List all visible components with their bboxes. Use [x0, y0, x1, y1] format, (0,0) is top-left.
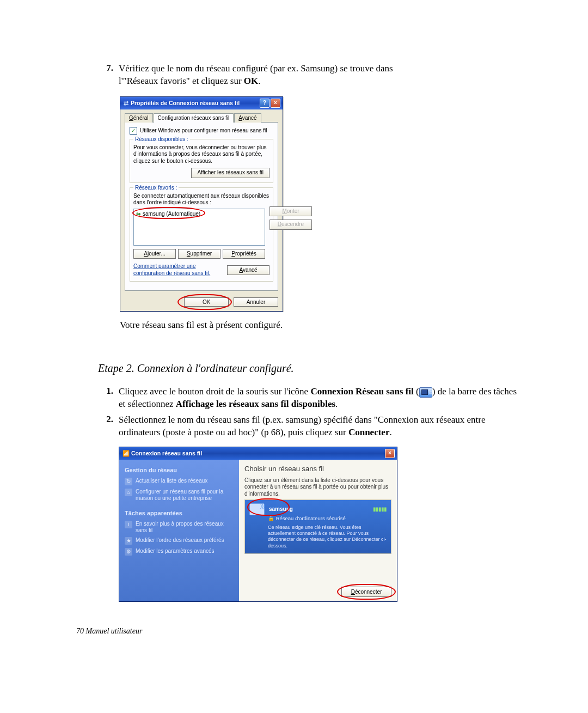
wireless-tray-icon	[419, 387, 432, 398]
page-footer: 70 Manuel utilisateur	[76, 627, 523, 636]
lock-icon: 🔒	[268, 515, 274, 521]
side-link-order[interactable]: ★ Modifier l'ordre des réseaux préférés	[125, 537, 234, 545]
tab-general[interactable]: Général	[125, 113, 153, 123]
move-up-button[interactable]: Monter	[270, 206, 312, 217]
cancel-button[interactable]: Annuler	[234, 297, 278, 307]
text: l'"Réseaux favoris" et cliquez sur	[119, 76, 244, 86]
help-button[interactable]: ?	[260, 99, 270, 108]
gear-icon: ⚙	[125, 548, 132, 556]
refresh-icon: ↻	[125, 478, 132, 485]
network-setup-icon: ⌂	[125, 489, 132, 496]
signal-bars-icon: ▮▮▮▮▮	[373, 505, 387, 513]
titlebar: ⇄ Propriétés de Connexion réseau sans fi…	[120, 97, 283, 109]
info-icon: i	[125, 521, 132, 528]
text: Sélectionnez le nom du réseau sans fil (…	[119, 415, 486, 437]
view-networks-button[interactable]: Afficher les réseaux sans fil	[191, 168, 270, 178]
side-link-refresh[interactable]: ↻ Actualiser la liste des réseaux	[125, 478, 234, 485]
network-subtext: Réseau d'ordinateurs sécurisé	[276, 515, 346, 521]
item-number: 2.	[98, 414, 119, 602]
list-item-2: 2. Sélectionnez le nom du réseau sans fi…	[98, 414, 523, 602]
side-heading: Tâches apparentées	[125, 509, 234, 517]
properties-button[interactable]: Propriétés	[223, 249, 265, 259]
text-bold: Connecter	[348, 427, 390, 437]
side-link-learn[interactable]: i En savoir plus à propos des réseaux sa…	[125, 521, 234, 534]
group-title: Réseaux favoris :	[133, 185, 179, 191]
text-bold: Affichage les réseaux sans fil disponibl…	[176, 399, 335, 409]
side-link-label: Modifier les paramètres avancés	[136, 548, 215, 554]
move-down-button[interactable]: Descendre	[270, 220, 312, 230]
group-available-networks: Réseaux disponibles : Pour vous connecte…	[130, 139, 273, 183]
screenshot-wireless-window: 📶 Connexion réseau sans fil × Gestion du…	[119, 447, 397, 602]
text-bold: OK	[244, 76, 258, 86]
text: .	[258, 76, 260, 86]
dialog-window: ⇄ Propriétés de Connexion réseau sans fi…	[120, 96, 283, 312]
ok-button[interactable]: OK	[184, 297, 229, 307]
signal-icon: ⇆	[136, 211, 140, 218]
side-panel: Gestion du réseau ↻ Actualiser la liste …	[119, 460, 239, 601]
group-text: Se connecter automatiquement aux réseaux…	[133, 193, 270, 206]
add-button[interactable]: Ajouter...	[133, 249, 176, 259]
side-link-label: En savoir plus à propos des réseaux sans…	[136, 521, 234, 534]
close-button[interactable]: ×	[385, 449, 395, 458]
side-heading: Gestion du réseau	[125, 466, 234, 474]
text-bold: Connexion Réseau sans fil	[310, 386, 413, 397]
side-link-setup[interactable]: ⌂ Configurer un réseau sans fil pour la …	[125, 489, 234, 502]
checkbox-label: Utiliser Windows pour configurer mon rés…	[140, 127, 267, 133]
dialog-title: Propriétés de Connexion réseau sans fil	[131, 100, 240, 106]
step-heading: Etape 2. Connexion à l'ordinateur config…	[98, 362, 523, 375]
main-heading: Choisir un réseau sans fil	[244, 464, 391, 474]
main-pane: Choisir un réseau sans fil Cliquez sur u…	[239, 460, 397, 601]
tab-panel: ✓ Utiliser Windows pour configurer mon r…	[125, 123, 278, 291]
network-list: samsung ▮▮▮▮▮ 🔒 Réseau d'ordinateurs séc…	[244, 499, 391, 554]
item-number: 7.	[98, 63, 119, 88]
side-link-label: Modifier l'ordre des réseaux préférés	[136, 537, 224, 544]
preferred-networks-list[interactable]: ⇆ samsung (Automatique)	[133, 209, 265, 246]
network-item-label: samsung (Automatique)	[143, 211, 200, 218]
group-title: Réseaux disponibles :	[133, 136, 190, 142]
computer-wifi-icon	[249, 503, 265, 515]
window-title: Connexion réseau sans fil	[131, 450, 202, 456]
titlebar: 📶 Connexion réseau sans fil ×	[119, 447, 397, 460]
network-name: samsung	[269, 505, 293, 513]
close-button[interactable]: ×	[271, 99, 280, 108]
star-icon: ★	[125, 537, 132, 545]
main-help-text: Cliquez sur un élément dans la liste ci-…	[244, 477, 391, 498]
howto-link[interactable]: Comment paramétrer une configuration de …	[133, 263, 220, 277]
item-body: Vérifiez que le nom du réseau configuré …	[119, 63, 523, 88]
tab-strip: Général Configuration réseaux sans fil A…	[125, 113, 278, 123]
group-text: Pour vous connecter, vous déconnecter ou…	[133, 144, 270, 165]
side-link-advanced[interactable]: ⚙ Modifier les paramètres avancés	[125, 548, 234, 556]
antenna-icon: 📶	[122, 450, 130, 456]
text: (	[416, 386, 419, 397]
paragraph: Votre réseau sans fil est à présent conf…	[120, 319, 523, 332]
advanced-button[interactable]: Avancé	[227, 265, 270, 276]
tab-wireless-config[interactable]: Configuration réseaux sans fil	[154, 113, 234, 123]
network-description: Ce réseau exige une clé réseau. Vous ête…	[268, 525, 387, 549]
item-body: Cliquez avec le bouton droit de la souri…	[119, 386, 523, 411]
network-item-samsung[interactable]: ⇆ samsung (Automatique)	[135, 210, 264, 218]
item-number: 1.	[98, 386, 119, 411]
group-preferred-networks: Réseaux favoris : Se connecter automatiq…	[130, 187, 273, 282]
item-body: Sélectionnez le nom du réseau sans fil (…	[119, 414, 523, 602]
remove-button[interactable]: Supprimer	[178, 249, 220, 259]
text: Cliquez avec le bouton droit de la souri…	[119, 386, 310, 397]
network-icon: ⇄	[124, 100, 128, 106]
list-item-1: 1. Cliquez avec le bouton droit de la so…	[98, 386, 523, 411]
use-windows-checkbox[interactable]: ✓	[130, 127, 137, 135]
disconnect-button[interactable]: Déconnecter	[341, 587, 391, 598]
list-item-7: 7. Vérifiez que le nom du réseau configu…	[98, 63, 523, 88]
side-link-label: Actualiser la liste des réseaux	[136, 478, 207, 484]
screenshot-properties-dialog: ⇄ Propriétés de Connexion réseau sans fi…	[120, 96, 283, 312]
side-link-label: Configurer un réseau sans fil pour la ma…	[136, 489, 234, 502]
tab-advanced[interactable]: Avancé	[234, 113, 261, 123]
text: .	[389, 427, 391, 437]
network-entry-samsung[interactable]: samsung ▮▮▮▮▮ 🔒 Réseau d'ordinateurs séc…	[245, 500, 391, 553]
text: .	[335, 399, 338, 409]
text: Vérifiez que le nom du réseau configuré …	[119, 63, 393, 74]
